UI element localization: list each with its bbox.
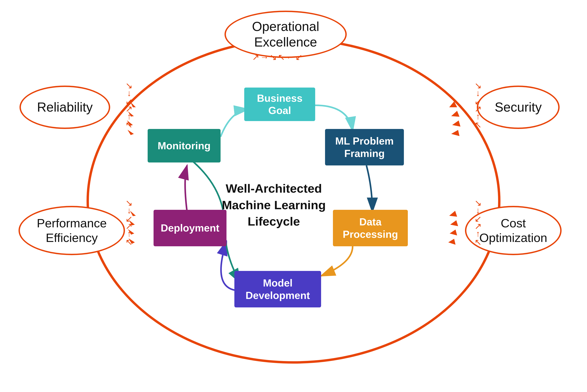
label-operational-excellence: Operational Excellence [224, 11, 347, 58]
arrow-cluster-top: ↗→↘↖←↙ [252, 52, 303, 62]
box-ml-problem-framing: ML Problem Framing [325, 129, 404, 166]
box-business-goal: Business Goal [244, 88, 315, 121]
arrow-cluster-performance: ↗→↘↖←↙ [124, 200, 134, 246]
label-security: Security [477, 86, 560, 129]
arrow-cluster-reliability: ↗→↘↖←↙ [124, 82, 134, 129]
box-monitoring: Monitoring [148, 129, 221, 162]
label-reliability: Reliability [19, 86, 110, 129]
diagram-container: Operational Excellence Reliability Secur… [17, 9, 570, 383]
arrow-cluster-cost: ↗→↘↖←↙ [474, 200, 484, 246]
center-label: Well-ArchitectedMachine LearningLifecycl… [195, 180, 353, 230]
box-model-development: Model Development [234, 271, 321, 308]
label-performance-efficiency: Performance Efficiency [18, 206, 125, 255]
arrow-cluster-security: ↗→↘↖←↙ [474, 82, 484, 129]
